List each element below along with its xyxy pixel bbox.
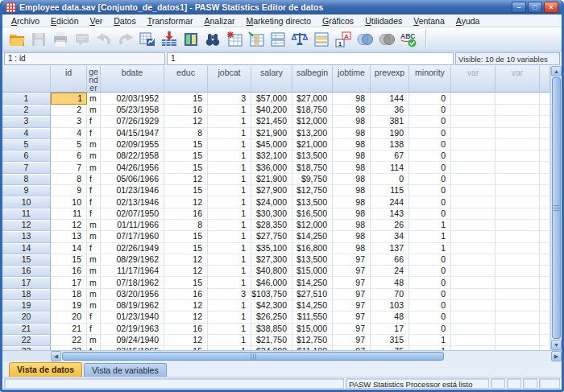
cell-jobtime[interactable]: 97 — [333, 346, 371, 350]
cell-salary[interactable]: $21,450 — [251, 116, 292, 127]
cell-educ[interactable]: 15 — [164, 277, 208, 288]
menu-item-gr-ficos[interactable]: Gráficos — [317, 15, 359, 27]
cell-minority[interactable]: 0 — [409, 174, 451, 185]
cell-salary[interactable]: $32,100 — [251, 151, 292, 162]
cell-jobcat[interactable]: 1 — [208, 128, 251, 139]
cell-salbegin[interactable]: $13,200 — [292, 128, 333, 139]
column-header-var-11[interactable]: var — [451, 66, 496, 93]
cell-salbegin[interactable]: $14,250 — [292, 277, 333, 288]
cell-salbegin[interactable]: $11,550 — [292, 312, 333, 323]
cell-var[interactable] — [451, 116, 496, 127]
cell-minority[interactable]: 1 — [409, 346, 451, 350]
cell-jobcat[interactable]: 1 — [208, 220, 251, 231]
cell-educ[interactable]: 15 — [164, 346, 208, 350]
cell-gender[interactable]: m — [87, 277, 101, 288]
vertical-scroll-thumb[interactable] — [552, 77, 561, 339]
cell-id[interactable]: 6 — [51, 151, 87, 162]
cell-id[interactable]: 13 — [51, 231, 87, 242]
cell-var[interactable] — [496, 151, 540, 162]
cell-salary[interactable]: $27,750 — [251, 231, 292, 242]
cell-jobcat[interactable]: 1 — [208, 139, 251, 151]
cell-var[interactable] — [496, 105, 540, 116]
cell-educ[interactable]: 16 — [164, 289, 208, 300]
cell-gender[interactable]: f — [87, 208, 101, 220]
cell-salbegin[interactable]: $16,500 — [292, 208, 333, 220]
vertical-scrollbar[interactable]: ▲ ▼ — [550, 66, 562, 350]
print-icon[interactable] — [49, 29, 71, 50]
cell-salary[interactable]: $46,000 — [251, 277, 292, 288]
value-labels-icon[interactable]: A1 — [332, 29, 354, 50]
cell-prevexp[interactable]: 315 — [371, 335, 409, 346]
row-number[interactable]: 6 — [2, 151, 51, 162]
cell-var[interactable] — [451, 139, 496, 151]
cell-var[interactable] — [496, 266, 540, 277]
cell-prevexp[interactable]: 0 — [371, 174, 409, 185]
menu-item-marketing-directo[interactable]: Marketing directo — [240, 15, 317, 27]
spell-check-icon[interactable]: ABC — [397, 29, 419, 50]
cell-minority[interactable]: 0 — [409, 105, 451, 116]
cell-id[interactable]: 3 — [51, 116, 87, 127]
cell-id[interactable]: 8 — [51, 174, 87, 185]
cell-gender[interactable]: m — [87, 151, 101, 162]
cell-jobtime[interactable]: 98 — [333, 93, 371, 105]
scroll-down-icon[interactable]: ▼ — [551, 340, 562, 350]
row-number[interactable]: 3 — [2, 116, 51, 127]
cell-jobcat[interactable]: 1 — [208, 151, 251, 162]
cell-bdate[interactable]: 11/17/1964 — [101, 266, 164, 277]
cell-var[interactable] — [451, 93, 496, 105]
row-number[interactable]: 16 — [2, 266, 51, 277]
cell-bdate[interactable]: 04/26/1956 — [101, 162, 164, 173]
cell-var[interactable] — [451, 208, 496, 220]
minimize-button[interactable]: – — [512, 2, 526, 13]
cell-minority[interactable]: 0 — [409, 139, 451, 151]
cell-bdate[interactable]: 02/03/1952 — [101, 93, 164, 105]
weight-cases-icon[interactable] — [288, 29, 310, 50]
cell-id[interactable]: 22 — [51, 335, 87, 346]
cell-jobtime[interactable]: 97 — [333, 300, 371, 312]
cell-gender[interactable]: m — [87, 220, 101, 231]
cell-prevexp[interactable]: 17 — [371, 324, 409, 335]
cell-salbegin[interactable]: $15,000 — [292, 266, 333, 277]
cell-jobcat[interactable]: 3 — [208, 289, 251, 300]
cell-bdate[interactable]: 02/19/1963 — [101, 324, 164, 335]
column-header-gender[interactable]: gender — [87, 66, 101, 93]
cell-minority[interactable]: 1 — [409, 231, 451, 242]
cell-id[interactable]: 21 — [51, 324, 87, 335]
row-number[interactable]: 22 — [2, 335, 51, 346]
cell-id[interactable]: 15 — [51, 254, 87, 266]
cell-bdate[interactable]: 01/11/1966 — [101, 220, 164, 231]
row-number[interactable]: 9 — [2, 185, 51, 196]
row-number[interactable]: 15 — [2, 254, 51, 266]
scroll-left-icon[interactable]: ◀ — [51, 351, 61, 361]
cell-bdate[interactable]: 03/15/1965 — [101, 346, 164, 350]
cell-jobcat[interactable]: 1 — [208, 266, 251, 277]
goto-case-icon[interactable] — [136, 29, 158, 50]
cell-prevexp[interactable]: 381 — [371, 116, 409, 127]
row-number[interactable]: 23 — [2, 346, 51, 350]
cell-id[interactable]: 9 — [51, 185, 87, 196]
cell-jobtime[interactable]: 98 — [333, 128, 371, 139]
cell-var[interactable] — [451, 128, 496, 139]
cell-var[interactable] — [451, 231, 496, 242]
cell-jobtime[interactable]: 98 — [333, 243, 371, 254]
cell-var[interactable] — [496, 346, 540, 350]
cell-gender[interactable]: m — [87, 254, 101, 266]
cell-var[interactable] — [451, 196, 496, 208]
column-header-var-12[interactable]: var — [496, 66, 540, 93]
cell-minority[interactable]: 0 — [409, 151, 451, 162]
cell-jobtime[interactable]: 97 — [333, 266, 371, 277]
menu-item-ver[interactable]: Ver — [84, 15, 108, 27]
cell-gender[interactable]: f — [87, 128, 101, 139]
cell-var[interactable] — [451, 151, 496, 162]
cell-salbegin[interactable]: $13,500 — [292, 254, 333, 266]
cell-jobcat[interactable]: 1 — [208, 300, 251, 312]
cell-gender[interactable]: m — [87, 335, 101, 346]
cell-prevexp[interactable]: 24 — [371, 266, 409, 277]
row-number[interactable]: 8 — [2, 174, 51, 185]
cell-id[interactable]: 10 — [51, 196, 87, 208]
cell-salary[interactable]: $42,300 — [251, 300, 292, 312]
cell-prevexp[interactable]: 190 — [371, 128, 409, 139]
cell-var[interactable] — [451, 312, 496, 323]
menu-item-datos[interactable]: Datos — [108, 15, 141, 27]
cell-jobtime[interactable]: 98 — [333, 116, 371, 127]
